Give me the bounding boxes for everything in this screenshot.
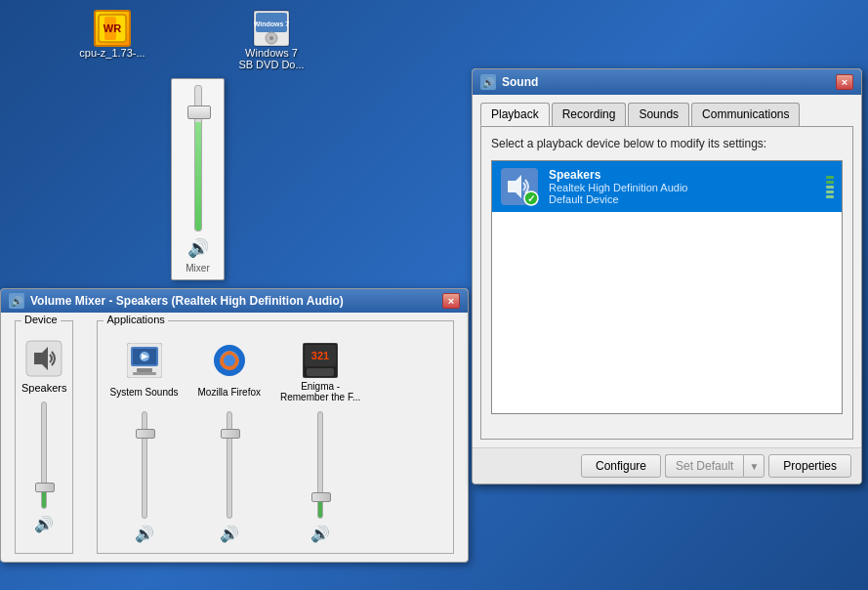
sound-dialog-close[interactable]: ×: [836, 74, 853, 90]
firefox-icon: [212, 343, 247, 378]
system-sounds-vol-icon: 🔊: [135, 525, 154, 543]
level-bar-3: [826, 186, 834, 189]
system-sounds-icon: [127, 343, 162, 378]
level-bar-4: [826, 190, 834, 193]
svg-point-7: [269, 36, 273, 40]
volume-fill: [195, 122, 201, 231]
speakers-fill: [42, 492, 46, 508]
speakers-device-icon: ✓: [500, 167, 539, 206]
system-sounds-label: System Sounds: [109, 378, 178, 405]
titlebar-left: 🔊 Volume Mixer - Speakers (Realtek High …: [9, 293, 344, 309]
sound-titlebar-left: 🔊 Sound: [480, 74, 538, 90]
enigma-label: Enigma -Remember the F...: [280, 378, 360, 405]
svg-rect-13: [137, 368, 152, 372]
sound-dialog: 🔊 Sound × Playback Recording Sounds Comm…: [472, 68, 862, 485]
apps-row: System Sounds 🔊: [102, 339, 449, 547]
svg-text:Windows 7: Windows 7: [254, 21, 289, 27]
volume-thumb[interactable]: [187, 105, 211, 119]
volume-mixer-titlebar: 🔊 Volume Mixer - Speakers (Realtek High …: [1, 289, 468, 313]
configure-button[interactable]: Configure: [581, 454, 661, 478]
system-sounds-track[interactable]: [142, 411, 147, 519]
speakers-slider[interactable]: [41, 401, 47, 509]
svg-rect-14: [133, 372, 156, 375]
svg-rect-23: [307, 368, 334, 376]
tabs-bar: Playback Recording Sounds Communications: [480, 103, 853, 127]
set-default-button[interactable]: Set Default: [665, 454, 743, 478]
speakers-thumb[interactable]: [35, 483, 55, 492]
sound-dialog-body: Playback Recording Sounds Communications…: [473, 95, 861, 447]
volume-mixer-panel: 🔊 Volume Mixer - Speakers (Realtek High …: [0, 288, 469, 563]
level-bars: [826, 176, 834, 198]
speakers-track[interactable]: [41, 401, 47, 509]
sound-dialog-titlebar: 🔊 Sound ×: [473, 69, 861, 95]
tab-communications[interactable]: Communications: [691, 103, 800, 126]
cpu-z-icon: WR: [94, 10, 131, 47]
volume-track[interactable]: [194, 85, 202, 232]
level-bar-5: [826, 195, 834, 198]
set-default-arrow[interactable]: ▼: [743, 454, 765, 478]
playback-description: Select a playback device below to modify…: [491, 137, 843, 150]
speakers-volume-icon: 🔊: [34, 515, 54, 533]
speakers-info: Speakers Realtek High Definition Audio D…: [549, 168, 816, 205]
svg-text:321: 321: [311, 350, 329, 361]
system-sounds-slider[interactable]: [142, 411, 147, 519]
enigma-col: 321 Enigma -Remember the F... 🔊: [272, 339, 368, 547]
firefox-label: Mozilla Firefox: [198, 378, 261, 405]
speakers-driver: Realtek High Definition Audio: [549, 182, 816, 193]
cpu-z-label: cpu-z_1.73-...: [79, 47, 145, 59]
applications-section: Applications: [97, 320, 454, 554]
sound-dialog-title: Sound: [502, 75, 538, 89]
speakers-status: Default Device: [549, 193, 816, 205]
device-item-speakers[interactable]: ✓ Speakers Realtek High Definition Audio…: [492, 161, 842, 212]
level-bar-2: [826, 181, 834, 184]
level-bar-1: [826, 176, 834, 179]
enigma-slider[interactable]: [317, 411, 323, 519]
svg-point-19: [224, 355, 235, 366]
desktop-icon-cpu-z[interactable]: WR cpu-z_1.73-...: [73, 10, 151, 59]
device-list: ✓ Speakers Realtek High Definition Audio…: [491, 160, 843, 414]
dvd-icon-img: Windows 7: [253, 10, 290, 47]
speakers-icon: [24, 339, 63, 378]
svg-text:WR: WR: [103, 22, 121, 34]
enigma-track[interactable]: [317, 411, 323, 519]
properties-button[interactable]: Properties: [768, 454, 851, 478]
speakers-name: Speakers: [549, 168, 816, 182]
mixer-title-icon: 🔊: [9, 293, 24, 309]
enigma-thumb[interactable]: [311, 492, 331, 502]
device-section: Device Speakers: [15, 320, 73, 554]
volume-speaker-icon: 🔊: [187, 237, 209, 259]
enigma-vol-icon: 🔊: [310, 525, 330, 543]
firefox-slider[interactable]: [227, 411, 232, 519]
mozilla-firefox-col: Mozilla Firefox 🔊: [190, 339, 269, 547]
firefox-vol-icon: 🔊: [220, 525, 239, 543]
volume-mixer-label[interactable]: Mixer: [186, 263, 209, 274]
system-sounds-col: System Sounds 🔊: [102, 339, 186, 547]
volume-mixer-content: Device Speakers: [1, 313, 468, 562]
firefox-thumb[interactable]: [221, 429, 240, 439]
apps-section-title: Applications: [103, 314, 167, 325]
svg-text:✓: ✓: [527, 193, 535, 204]
dialog-buttons: Configure Set Default ▼ Properties: [473, 447, 861, 484]
sound-title-icon: 🔊: [480, 74, 496, 90]
tab-recording[interactable]: Recording: [552, 103, 627, 126]
enigma-icon: 321: [303, 343, 338, 378]
device-column: Speakers 🔊: [21, 339, 66, 533]
tab-playback[interactable]: Playback: [480, 103, 550, 126]
device-section-title: Device: [21, 314, 61, 325]
volume-mixer-close[interactable]: ×: [442, 293, 460, 309]
speakers-col-label: Speakers: [21, 382, 66, 394]
set-default-split: Set Default ▼: [665, 454, 765, 478]
desktop-icon-dvd[interactable]: Windows 7 Windows 7SB DVD Do...: [232, 10, 310, 70]
tab-content-playback: Select a playback device below to modify…: [480, 127, 853, 440]
volume-popup: 🔊 Mixer: [171, 78, 225, 280]
volume-mixer-title: Volume Mixer - Speakers (Realtek High De…: [30, 294, 344, 308]
tab-sounds[interactable]: Sounds: [628, 103, 689, 126]
dvd-label: Windows 7SB DVD Do...: [238, 47, 304, 70]
system-sounds-thumb[interactable]: [136, 429, 155, 439]
enigma-fill: [318, 502, 322, 518]
firefox-track[interactable]: [227, 411, 232, 519]
